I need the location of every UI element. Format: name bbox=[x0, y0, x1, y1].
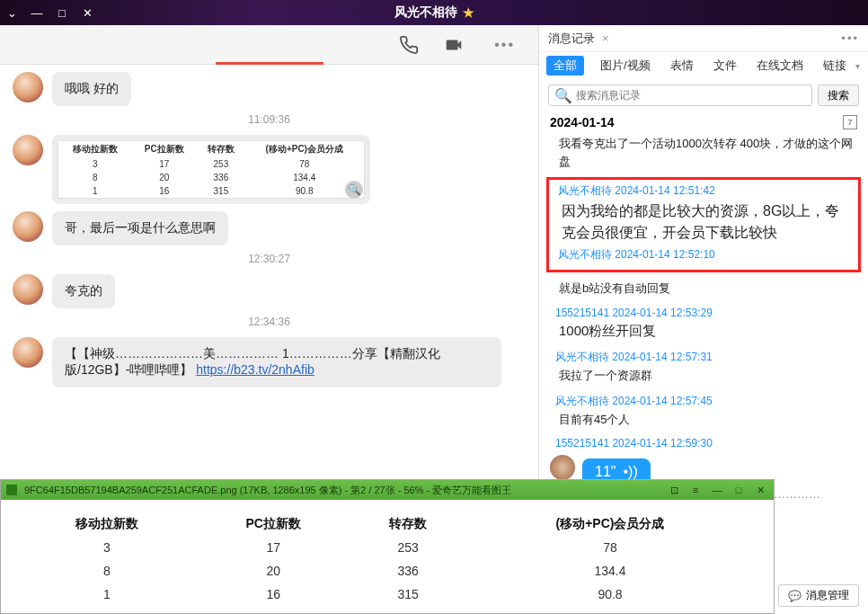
filter-tabs: 全部 图片/视频 表情 文件 在线文档 链接 ▾ bbox=[539, 52, 868, 79]
timestamp: 12:30:27 bbox=[13, 253, 526, 265]
history-text: 我看夸克出了一个活动1000次转存 400块，才做的这个网盘 bbox=[559, 135, 855, 170]
window-title: 风光不相待 ★ bbox=[394, 4, 474, 21]
avatar[interactable] bbox=[13, 274, 43, 305]
star-icon: ★ bbox=[463, 5, 474, 20]
message-bubble: 哥，最后一项是什么意思啊 bbox=[52, 211, 228, 245]
call-toolbar: ••• bbox=[0, 25, 538, 65]
message-manage-button[interactable]: 💬 消息管理 bbox=[778, 584, 859, 607]
avatar[interactable] bbox=[13, 72, 43, 102]
search-button[interactable]: 搜索 bbox=[818, 85, 859, 106]
close-history-icon[interactable]: × bbox=[602, 31, 609, 45]
history-meta: 风光不相待 2024-01-14 12:57:45 bbox=[555, 394, 855, 409]
tab-all[interactable]: 全部 bbox=[546, 56, 584, 76]
search-icon: 🔍 bbox=[554, 87, 572, 104]
viewer-body: 移动拉新数 PC拉新数 转存数 (移动+PC)会员分成 31725378 820… bbox=[1, 500, 774, 613]
calendar-icon[interactable]: 7 bbox=[843, 115, 857, 129]
avatar[interactable] bbox=[13, 337, 43, 368]
viewer-title: 9FC64F15DB57194BA259ACF251ACFADE.png (17… bbox=[24, 484, 659, 497]
image-message[interactable]: 移动拉新数 PC拉新数 转存数 (移动+PC)会员分成 31725378 820… bbox=[52, 135, 370, 204]
viewer-titlebar[interactable]: 9FC64F15DB57194BA259ACF251ACFADE.png (17… bbox=[1, 480, 774, 500]
shared-link[interactable]: https://b23.tv/2nhAfib bbox=[196, 362, 314, 377]
highlighted-message: 风光不相待 2024-01-14 12:51:42 因为我给的都是比较大的资源，… bbox=[546, 177, 861, 272]
message-bubble: 夸克的 bbox=[52, 274, 115, 308]
message-bubble: 哦哦 好的 bbox=[52, 72, 131, 106]
minimize-button[interactable]: — bbox=[25, 3, 49, 22]
history-meta: 风光不相待 2024-01-14 12:52:10 bbox=[558, 247, 851, 263]
history-text: 我拉了一个资源群 bbox=[559, 367, 855, 385]
zoom-icon[interactable]: 🔍 bbox=[345, 181, 363, 199]
history-meta: 155215141 2024-01-14 12:59:30 bbox=[555, 437, 855, 449]
voice-duration: 11" bbox=[595, 464, 616, 480]
tab-file[interactable]: 文件 bbox=[710, 56, 740, 76]
stats-table: 移动拉新数 PC拉新数 转存数 (移动+PC)会员分成 31725378 820… bbox=[19, 512, 756, 606]
more-icon[interactable]: ••• bbox=[841, 31, 859, 45]
timestamp: 11:09:36 bbox=[13, 113, 526, 126]
close-button[interactable]: ✕ bbox=[75, 3, 99, 22]
date-text: 2024-01-14 bbox=[550, 115, 615, 129]
app-icon bbox=[6, 485, 17, 495]
dropdown-button[interactable]: ⌄ bbox=[0, 3, 23, 22]
maximize-button[interactable]: □ bbox=[731, 484, 747, 496]
close-button[interactable]: ✕ bbox=[752, 484, 768, 496]
history-text: 就是b站没有自动回复 bbox=[559, 280, 855, 298]
image-viewer-window: 9FC64F15DB57194BA259ACF251ACFADE.png (17… bbox=[0, 479, 775, 614]
tab-image-video[interactable]: 图片/视频 bbox=[597, 56, 654, 76]
settings-icon[interactable]: ≡ bbox=[687, 484, 704, 496]
message-bubble: 【【神级…………………美…………… 1……………分享【精翻汉化版/12GB】-哔… bbox=[52, 337, 501, 387]
msg-mgmt-label: 消息管理 bbox=[806, 588, 849, 603]
history-text: 1000粉丝开回复 bbox=[559, 321, 855, 342]
history-text: 目前有45个人 bbox=[559, 411, 855, 429]
avatar[interactable] bbox=[13, 211, 43, 242]
chat-icon: 💬 bbox=[788, 590, 802, 602]
maximize-button[interactable]: □ bbox=[50, 3, 74, 22]
sound-icon: •)) bbox=[623, 464, 637, 480]
voice-call-icon[interactable] bbox=[399, 35, 419, 55]
tab-sticker[interactable]: 表情 bbox=[667, 56, 697, 76]
avatar[interactable] bbox=[13, 135, 43, 165]
video-call-icon[interactable] bbox=[444, 35, 464, 55]
search-box[interactable]: 🔍 bbox=[548, 85, 812, 106]
history-text: 因为我给的都是比较大的资源，8G以上，夸克会员很便宜，开会员下载比较快 bbox=[562, 200, 851, 244]
title-text: 风光不相待 bbox=[394, 4, 457, 21]
minimize-button[interactable]: — bbox=[709, 484, 725, 496]
stats-table-small: 移动拉新数 PC拉新数 转存数 (移动+PC)会员分成 31725378 820… bbox=[58, 141, 364, 198]
history-meta: 风光不相待 2024-01-14 12:51:42 bbox=[558, 183, 851, 199]
history-meta: 155215141 2024-01-14 12:53:29 bbox=[555, 307, 855, 319]
pin-icon[interactable]: ⊡ bbox=[666, 484, 682, 496]
tab-link[interactable]: 链接 bbox=[819, 56, 850, 76]
window-titlebar: 风光不相待 ★ ⌄ — □ ✕ bbox=[0, 0, 868, 25]
history-meta: 风光不相待 2024-01-14 12:57:31 bbox=[555, 350, 855, 365]
more-icon[interactable]: ••• bbox=[489, 37, 520, 53]
timestamp: 12:34:36 bbox=[13, 316, 526, 328]
date-header: 2024-01-14 7 bbox=[539, 111, 868, 133]
history-title: 消息记录 bbox=[548, 31, 595, 47]
history-header: 消息记录 × ••• bbox=[539, 25, 868, 52]
tab-doc[interactable]: 在线文档 bbox=[753, 56, 807, 76]
search-input[interactable] bbox=[576, 89, 806, 102]
avatar[interactable] bbox=[550, 455, 575, 480]
chevron-down-icon[interactable]: ▾ bbox=[855, 61, 860, 71]
